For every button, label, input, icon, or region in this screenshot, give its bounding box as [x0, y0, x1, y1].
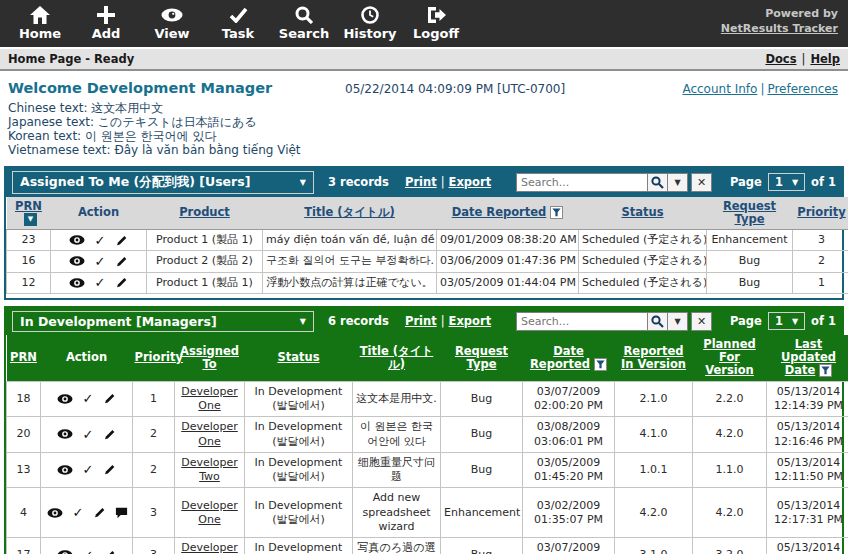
cell-prn: 20 [7, 417, 41, 453]
col-prn: PRN▼ [7, 197, 51, 230]
nav-item-add[interactable]: Add [78, 5, 134, 41]
task-record-icon[interactable]: ✓ [95, 234, 106, 247]
task-record-icon[interactable]: ✓ [83, 463, 94, 476]
table-row: 16 ✓ Product 2 (製品 2) 구조화 질의어 도구는 부정확하다.… [7, 251, 848, 272]
records-count: 6 records [328, 314, 389, 328]
edit-record-icon[interactable] [115, 234, 128, 247]
search-input[interactable] [516, 173, 648, 192]
view-record-icon[interactable] [57, 550, 73, 554]
task-record-icon[interactable]: ✓ [95, 276, 106, 289]
search-button[interactable] [647, 312, 668, 331]
cell-date: 03/06/2009 01:47:36 PM [437, 251, 579, 272]
cell-type: Bug [441, 381, 523, 417]
cell-prn: 4 [7, 488, 41, 538]
saved-query-dropdown[interactable]: Assigned To Me (分配到我) [Users] ▼ [12, 171, 314, 194]
cell-status: In Development (발달에서) [245, 488, 353, 538]
cell-date: 03/08/2009 03:06:01 PM [523, 417, 615, 453]
add-icon [97, 5, 115, 25]
edit-record-icon[interactable] [103, 392, 116, 405]
assigned-user-link[interactable]: Developer Two [181, 456, 238, 483]
assigned-user-link[interactable]: Developer One [181, 385, 238, 412]
chevron-down-icon: ▼ [674, 178, 680, 187]
cell-actions: ✓ [51, 272, 147, 293]
edit-record-icon[interactable] [103, 428, 116, 441]
saved-query-dropdown[interactable]: In Development [Managers] ▼ [12, 311, 314, 332]
col-prn: PRN [7, 335, 41, 381]
col-date-reported: Date Reported [523, 335, 615, 381]
assigned-user-link[interactable]: Developer One [181, 499, 238, 526]
assigned-user-link[interactable]: Developer One [181, 420, 238, 447]
nav-item-home[interactable]: Home [12, 5, 68, 41]
cell-type: Bug [707, 272, 793, 293]
sort-icon[interactable]: ▼ [24, 213, 37, 226]
nav-item-logoff[interactable]: Logoff [408, 5, 464, 41]
view-record-icon[interactable] [57, 465, 73, 475]
view-record-icon[interactable] [57, 429, 73, 439]
col-status: Status [245, 335, 353, 381]
page-select[interactable]: 1 ▼ [768, 173, 805, 191]
nav-item-view[interactable]: View [144, 5, 200, 41]
edit-record-icon[interactable] [93, 506, 106, 519]
cell-prn: 17 [7, 538, 41, 554]
col-status: Status [579, 197, 707, 230]
task-record-icon[interactable]: ✓ [83, 392, 94, 405]
search-input[interactable] [516, 312, 648, 331]
brand-link[interactable]: NetResults Tracker [721, 22, 838, 37]
task-record-icon[interactable]: ✓ [83, 428, 94, 441]
nav-item-history[interactable]: History [342, 5, 398, 41]
edit-record-icon[interactable] [103, 549, 116, 554]
account-info-link[interactable]: Account Info [682, 82, 757, 96]
cell-planned-for: 2.2.0 [693, 381, 767, 417]
table-row: 4 ✓ 3 Developer One In Development (발달에서… [7, 488, 848, 538]
view-record-icon[interactable] [57, 394, 73, 404]
task-record-icon[interactable]: ✓ [83, 549, 94, 554]
cell-priority: 2 [133, 452, 175, 488]
filter-icon[interactable] [594, 358, 607, 371]
clear-search-button[interactable]: ✕ [691, 312, 712, 331]
nav-item-search[interactable]: Search [276, 5, 332, 41]
filter-icon[interactable] [550, 206, 563, 219]
view-record-icon[interactable] [69, 235, 85, 245]
table-row: 23 ✓ Product 1 (製品 1) máy điện toán vấn … [7, 230, 848, 251]
view-record-icon[interactable] [47, 508, 63, 518]
search-options-button[interactable]: ▼ [667, 173, 688, 192]
col-request-type: Request Type [441, 335, 523, 381]
nav-item-task[interactable]: Task [210, 5, 266, 41]
print-link[interactable]: Print [405, 175, 437, 189]
grid-toolbar: Assigned To Me (分配到我) [Users] ▼ 3 record… [6, 168, 842, 197]
export-link[interactable]: Export [449, 314, 492, 328]
preferences-link[interactable]: Preferences [767, 82, 838, 96]
logoff-icon [426, 5, 446, 25]
col-request-type: Request Type [707, 197, 793, 230]
task-record-icon[interactable]: ✓ [95, 255, 106, 268]
chevron-down-icon: ▼ [300, 317, 306, 326]
search-options-button[interactable]: ▼ [667, 312, 688, 331]
page-status: Home Page - Ready [8, 52, 134, 66]
print-link[interactable]: Print [405, 314, 437, 328]
page-select[interactable]: 1 ▼ [768, 312, 805, 330]
cell-assigned: Developer Two [175, 452, 245, 488]
timestamp: 05/22/2014 04:09:09 PM [UTC-0700] [345, 82, 682, 96]
cell-date: 03/02/2009 01:35:07 PM [523, 488, 615, 538]
chevron-down-icon: ▼ [792, 317, 798, 326]
grid-toolbar: In Development [Managers] ▼ 6 records Pr… [6, 308, 842, 335]
edit-record-icon[interactable] [103, 463, 116, 476]
edit-record-icon[interactable] [115, 255, 128, 268]
docs-link[interactable]: Docs [765, 52, 796, 66]
assigned-user-link[interactable]: Developer Two [181, 541, 238, 554]
view-record-icon[interactable] [69, 256, 85, 266]
help-link[interactable]: Help [810, 52, 840, 66]
col-planned-for-version: Planned For Version [693, 335, 767, 381]
cell-date: 03/05/2009 01:44:04 PM [437, 272, 579, 293]
task-record-icon[interactable]: ✓ [73, 506, 84, 519]
view-record-icon[interactable] [69, 278, 85, 288]
export-link[interactable]: Export [449, 175, 492, 189]
search-button[interactable] [647, 173, 668, 192]
table-row: 17 ✓ 3 Developer Two In Development (발달에… [7, 538, 848, 554]
edit-record-icon[interactable] [115, 276, 128, 289]
filter-icon[interactable] [819, 364, 832, 377]
comment-icon[interactable] [115, 507, 128, 519]
assigned-to-me-table: PRN▼ Action Product Title (タイトル) Date Re… [6, 197, 848, 294]
cell-status: In Development (발달에서) [245, 417, 353, 453]
clear-search-button[interactable]: ✕ [691, 173, 712, 192]
